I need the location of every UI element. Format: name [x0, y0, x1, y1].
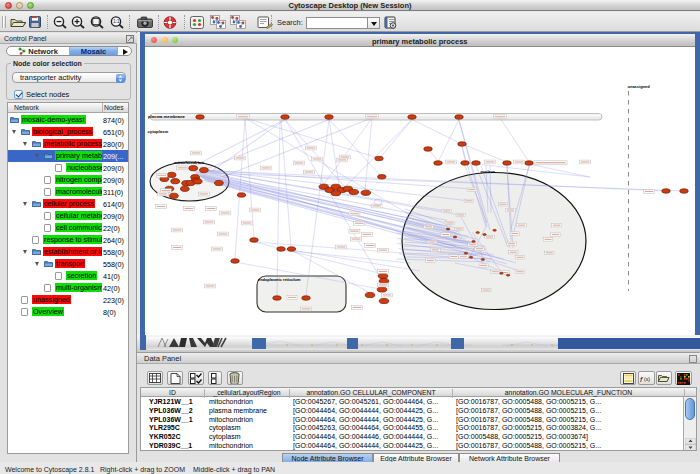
svg-text:mitochondrion: mitochondrion [174, 160, 204, 165]
svg-text:f: f [640, 374, 643, 383]
svg-text:unassigned: unassigned [627, 83, 650, 88]
svg-text:nucleus: nucleus [480, 169, 495, 174]
svg-text:plasma membrane: plasma membrane [148, 114, 185, 119]
svg-text:1:1: 1:1 [113, 19, 120, 24]
svg-text:(x): (x) [644, 376, 650, 382]
svg-text:endoplasmic reticulum: endoplasmic reticulum [258, 277, 301, 282]
svg-text:cytoplasm: cytoplasm [147, 128, 168, 133]
